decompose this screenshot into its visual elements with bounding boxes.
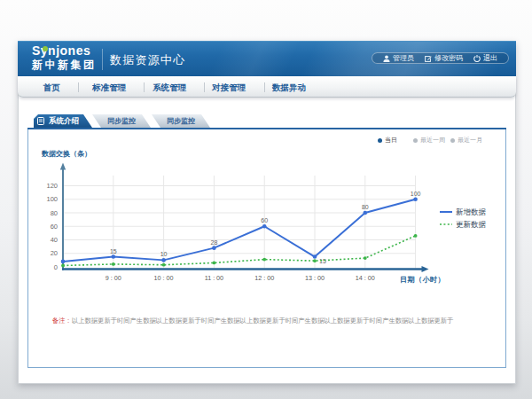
logo-subtext: 新中新集团 [32,59,97,72]
nav-item-docking[interactable]: 对接管理 [202,76,255,98]
document-icon [37,117,44,125]
app-header: Synjones 新中新集团 数据资源中心 管理员 修改密码 退出 [18,41,516,76]
svg-text:0: 0 [54,263,58,271]
svg-text:15: 15 [110,248,117,254]
power-icon [473,55,481,62]
line-chart: 0204060801001209 : 0010 : 0011 : 0012 : … [28,129,505,366]
svg-text:13 : 00: 13 : 00 [305,274,325,282]
svg-text:80: 80 [51,209,58,217]
logout-button[interactable]: 退出 [473,53,497,63]
admin-user-button[interactable]: 管理员 [383,53,414,63]
chart-panel: 当日 最近一周 最近一月 数据交换（条） 0204060801001209 : … [27,129,506,368]
change-password-button[interactable]: 修改密码 [425,53,463,63]
svg-text:60: 60 [261,217,268,223]
svg-text:12 : 00: 12 : 00 [254,274,274,282]
nav-item-standards[interactable]: 标准管理 [82,76,136,98]
edit-icon [425,55,432,62]
app-page: Synjones 新中新集团 数据资源中心 管理员 修改密码 退出 首页 标准管… [18,41,516,384]
company-logo: Synjones 新中新集团 [32,44,97,72]
tab-sync-monitor-2[interactable]: 同步监控 [152,114,210,128]
svg-text:40: 40 [51,236,58,244]
svg-text:80: 80 [362,204,369,210]
svg-text:20: 20 [51,249,58,257]
nav-item-system[interactable]: 系统管理 [143,76,196,98]
svg-text:120: 120 [46,182,58,190]
svg-text:100: 100 [46,195,58,203]
svg-text:更新数据: 更新数据 [456,220,487,229]
svg-text:9 : 00: 9 : 00 [106,274,121,282]
nav-item-data-change[interactable]: 数据异动 [262,76,316,98]
user-icon [383,55,390,62]
header-divider [102,49,103,70]
svg-text:10 : 00: 10 : 00 [154,274,174,282]
tab-system-intro[interactable]: 系统介绍 [34,114,92,128]
user-toolbar: 管理员 修改密码 退出 [372,52,509,64]
nav-separator [78,82,79,92]
svg-text:28: 28 [211,239,218,246]
svg-text:10: 10 [160,251,168,257]
footnote-prefix: 备注： [52,317,72,325]
main-nav: 首页 标准管理 系统管理 对接管理 数据异动 [18,76,516,98]
svg-text:60: 60 [51,223,58,231]
svg-text:11 : 00: 11 : 00 [205,274,223,282]
svg-text:14 : 00: 14 : 00 [356,274,375,282]
logo-text: Synjones [32,44,97,58]
page-title: 数据资源中心 [110,52,185,68]
tab-sync-monitor-1[interactable]: 同步监控 [92,114,151,128]
x-axis-title: 日期（小时） [400,275,445,285]
footnote: 备注：以上数据更新于时间产生数据以上数据更新于时间产生数据以上数据更新于时间产生… [52,317,453,325]
nav-item-home[interactable]: 首页 [25,76,78,98]
svg-text:100: 100 [411,191,421,197]
svg-text:新增数据: 新增数据 [456,207,487,216]
logo-green-dot-icon [43,46,48,51]
